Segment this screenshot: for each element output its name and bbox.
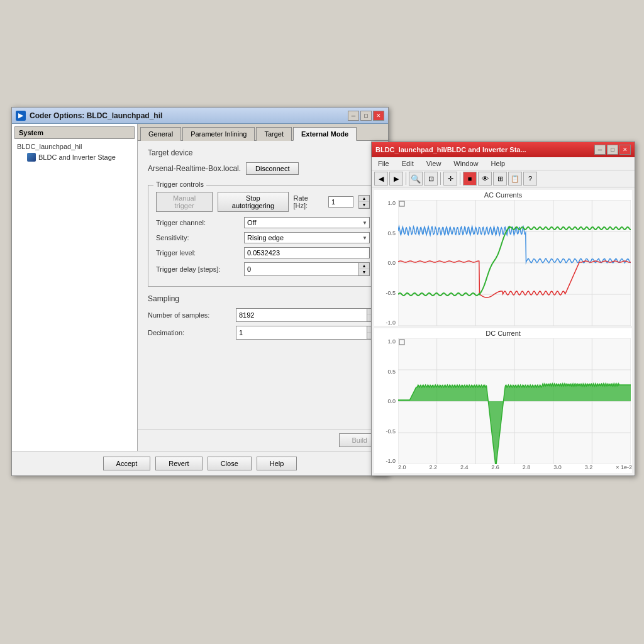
num-samples-label: Number of samples: <box>148 311 236 319</box>
tb-clipboard-btn[interactable]: 📋 <box>508 172 522 186</box>
inverter-icon <box>27 153 36 162</box>
dc-chart-area: DC Current 1.0 0.5 0.0 -0.5 -1.0 2.0 2.2… <box>374 328 632 473</box>
build-bar: Build <box>138 429 388 451</box>
coder-icon: ▶ <box>16 111 26 121</box>
title-left: ▶ Coder Options: BLDC_launchpad_hil <box>16 111 162 121</box>
dc-y-neg05: -0.5 <box>386 428 396 435</box>
rate-spinner[interactable]: ▲ ▼ <box>358 195 370 209</box>
tab-external-mode[interactable]: External Mode <box>293 127 357 141</box>
sidebar-subitem-label: BLDC and Inverter Stage <box>38 153 116 161</box>
num-samples-spinner-row: ▲ ▼ <box>236 308 378 322</box>
dc-y-mid1: 0.5 <box>387 369 396 375</box>
manual-trigger-button[interactable]: Manual trigger <box>156 192 213 212</box>
tb-zoom-box-btn[interactable]: ⊡ <box>424 172 438 186</box>
plot-minimize-btn[interactable]: ─ <box>594 145 606 155</box>
dc-chart-title: DC Current <box>374 328 632 338</box>
tb-grid-btn[interactable]: ⊞ <box>493 172 507 186</box>
dc-y-min: -1.0 <box>386 458 396 464</box>
trigger-controls-title: Trigger controls <box>153 180 206 188</box>
trigger-channel-select[interactable]: Off <box>244 217 370 228</box>
ac-chart-canvas <box>398 200 631 326</box>
trigger-delay-spinner[interactable]: ▲ ▼ <box>358 262 370 276</box>
rate-input[interactable] <box>328 196 353 208</box>
ac-y-min: -1.0 <box>386 319 396 326</box>
tb-sep1 <box>406 172 406 185</box>
maximize-button[interactable]: □ <box>360 111 372 121</box>
trigger-delay-input[interactable] <box>244 262 358 276</box>
x-label-28: 2.8 <box>523 464 531 470</box>
tb-zoom-btn[interactable]: 🔍 <box>409 172 423 186</box>
ac-y-zero: 0.0 <box>387 260 396 266</box>
menu-edit[interactable]: Edit <box>396 158 420 169</box>
close-button[interactable]: ✕ <box>373 111 384 121</box>
accept-button[interactable]: Accept <box>103 457 151 470</box>
coder-title: Coder Options: BLDC_launchpad_hil <box>30 111 162 120</box>
rate-down-btn[interactable]: ▼ <box>359 202 369 208</box>
tb-back-btn[interactable]: ◀ <box>374 172 388 186</box>
coder-options-window: ▶ Coder Options: BLDC_launchpad_hil ─ □ … <box>11 107 389 476</box>
plot-title: BLDC_launchpad_hil/BLDC and Inverter Sta… <box>375 146 526 153</box>
trigger-level-input[interactable] <box>244 247 370 258</box>
num-samples-input[interactable] <box>236 308 367 322</box>
sensitivity-select[interactable]: Rising edge <box>244 232 370 243</box>
tb-forward-btn[interactable]: ▶ <box>389 172 403 186</box>
menu-view[interactable]: View <box>420 158 448 169</box>
tab-parameter-inlining[interactable]: Parameter Inlining <box>182 127 255 141</box>
ac-y-mid1: 0.5 <box>387 230 396 236</box>
minimize-button[interactable]: ─ <box>348 111 359 121</box>
coder-titlebar: ▶ Coder Options: BLDC_launchpad_hil ─ □ … <box>12 108 388 124</box>
rate-up-btn[interactable]: ▲ <box>359 196 369 202</box>
trigger-delay-label: Trigger delay [steps]: <box>156 265 244 273</box>
close-footer-button[interactable]: Close <box>208 457 252 470</box>
footer-buttons: Accept Revert Close Help <box>12 451 388 475</box>
sidebar-item-inverter[interactable]: BLDC and Inverter Stage <box>14 152 135 163</box>
delay-down-btn[interactable]: ▼ <box>359 269 369 275</box>
trigger-delay-row: Trigger delay [steps]: ▲ ▼ <box>156 262 370 276</box>
tb-eye-btn[interactable]: 👁 <box>478 172 492 186</box>
menu-help[interactable]: Help <box>484 158 511 169</box>
target-device-text: Arsenal-Realtime-Box.local. <box>148 164 241 173</box>
decimation-label: Decimation: <box>148 329 236 336</box>
plot-toolbar: ◀ ▶ 🔍 ⊡ ✛ ■ 👁 ⊞ 📋 ? <box>372 170 635 187</box>
tb-stop-btn[interactable]: ■ <box>463 172 477 186</box>
sidebar: System BLDC_launchpad_hil BLDC and Inver… <box>12 124 138 451</box>
window-controls: ─ □ ✕ <box>348 111 384 121</box>
decimation-input[interactable] <box>236 326 367 340</box>
decimation-spinner-row: ▲ ▼ <box>236 326 378 340</box>
sensitivity-label: Sensitivity: <box>156 234 244 242</box>
tab-target[interactable]: Target <box>256 127 292 141</box>
menu-file[interactable]: File <box>372 158 396 169</box>
trigger-channel-select-wrapper: Off ▼ <box>244 217 370 228</box>
x-unit: × 1e-2 <box>616 464 632 470</box>
stop-autotrig-button[interactable]: Stop autotriggering <box>218 192 288 212</box>
help-button[interactable]: Help <box>257 457 297 470</box>
trigger-level-label: Trigger level: <box>156 249 244 257</box>
sensitivity-select-wrapper: Rising edge ▼ <box>244 232 370 243</box>
main-content: General Parameter Inlining Target Extern… <box>138 124 388 451</box>
x-axis-labels: 2.0 2.2 2.4 2.6 2.8 3.0 3.2 × 1e-2 <box>374 464 632 473</box>
ac-chart-area: AC Currents 1.0 0.5 0.0 -0.5 -1.0 <box>374 190 632 326</box>
external-mode-panel: Target device Arsenal-Realtime-Box.local… <box>138 141 388 429</box>
dc-y-labels: 1.0 0.5 0.0 -0.5 -1.0 <box>374 338 398 464</box>
dc-y-zero: 0.0 <box>387 398 396 404</box>
plot-titlebar: BLDC_launchpad_hil/BLDC and Inverter Sta… <box>372 142 635 157</box>
tb-crosshair-btn[interactable]: ✛ <box>443 172 457 186</box>
plot-close-btn[interactable]: ✕ <box>619 145 631 155</box>
revert-button[interactable]: Revert <box>155 457 202 470</box>
disconnect-button[interactable]: Disconnect <box>246 162 299 175</box>
sidebar-item-bldc[interactable]: BLDC_launchpad_hil <box>14 142 135 152</box>
tb-help-btn[interactable]: ? <box>523 172 537 186</box>
plot-maximize-btn[interactable]: □ <box>607 145 618 155</box>
tab-general[interactable]: General <box>140 127 181 141</box>
x-label-22: 2.2 <box>429 464 437 470</box>
trigger-buttons-row: Manual trigger Stop autotriggering Rate … <box>156 192 370 212</box>
tb-sep3 <box>460 172 460 185</box>
num-samples-row: Number of samples: ▲ ▼ <box>148 308 378 322</box>
ac-chart-title: AC Currents <box>374 190 632 200</box>
sensitivity-row: Sensitivity: Rising edge ▼ <box>156 232 370 243</box>
trigger-channel-row: Trigger channel: Off ▼ <box>156 217 370 228</box>
trigger-level-row: Trigger level: <box>156 247 370 258</box>
plot-window: BLDC_launchpad_hil/BLDC and Inverter Sta… <box>371 142 635 476</box>
delay-up-btn[interactable]: ▲ <box>359 263 369 269</box>
menu-window[interactable]: Window <box>447 158 484 169</box>
